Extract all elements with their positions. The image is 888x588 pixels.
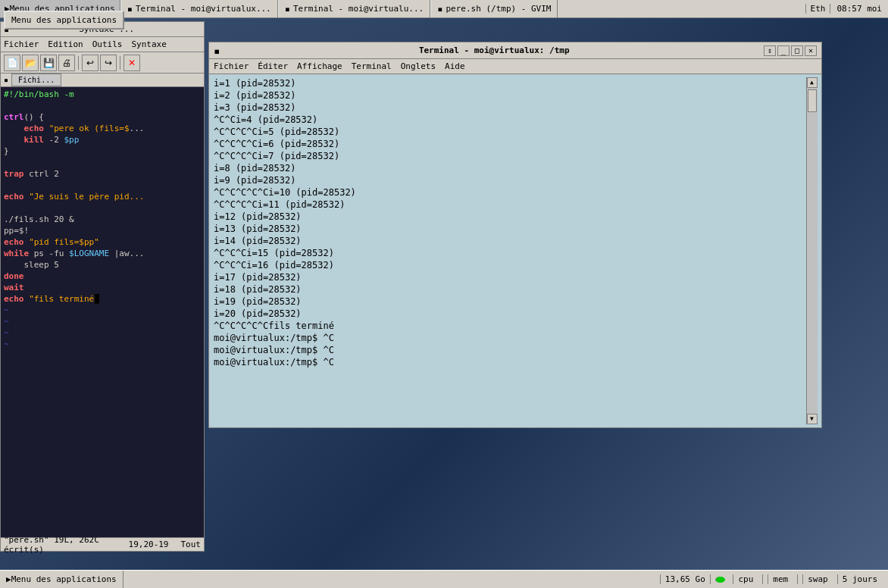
terminal-line: i=1 (pid=28532) (214, 77, 806, 89)
gvim-icon: ▪ (437, 4, 442, 14)
terminal-move-btn[interactable]: ⇕ (764, 45, 776, 56)
disk-usage: 13,65 Go (660, 574, 710, 584)
code-line-15: while ps -fu $LOGNAME |aw... (4, 248, 201, 259)
code-line-7 (4, 157, 201, 168)
taskbar-bottom: ▶ Menu des applications 13,65 Go cpu mem… (0, 570, 888, 588)
gvim-menu-edition[interactable]: Edition (46, 39, 84, 49)
gvim-menu-outils[interactable]: Outils (91, 39, 124, 49)
gvim-menu-fichier[interactable]: Fichier (2, 39, 40, 49)
code-line-17: done (4, 271, 201, 282)
terminal-line: i=8 (pid=28532) (214, 162, 806, 174)
terminal-menu-affichage[interactable]: Affichage (297, 61, 342, 71)
taskbar-bottom-right: 13,65 Go cpu mem swap 5 jours (660, 571, 888, 588)
cpu-label: cpu (710, 574, 763, 584)
code-line-11 (4, 202, 201, 214)
scrollbar-track (807, 88, 818, 414)
gvim-redo-btn[interactable]: ↪ (100, 55, 117, 71)
days-label: 5 jours (837, 574, 882, 584)
terminal-menu-fichier[interactable]: Fichier (214, 61, 249, 71)
gvim-menubar: Fichier Edition Outils Syntaxe (1, 37, 204, 52)
mem-label: mem (762, 574, 797, 584)
terminal-line: i=17 (pid=28532) (214, 271, 806, 283)
terminal-line: moi@virtualux:/tmp$ ^C (214, 356, 806, 368)
terminal-window: ▪ Terminal - moi@virtualux: /tmp ⇕ _ □ ✕… (208, 42, 822, 428)
gvim-new-btn[interactable]: 📄 (4, 55, 20, 71)
terminal2-icon: ▪ (285, 4, 290, 14)
terminal-close-btn[interactable]: ✕ (805, 45, 817, 56)
gvim-open-btn[interactable]: 📂 (22, 55, 39, 71)
menu-apps-bottom-label: Menu des applications (11, 574, 117, 584)
cpu-text: cpu (733, 574, 758, 584)
menu-apps-bottom-btn[interactable]: ▶ Menu des applications (0, 571, 124, 588)
code-line-5: kill -2 $pp (4, 134, 201, 145)
scrollbar-thumb[interactable] (808, 89, 817, 112)
gvim-save-btn[interactable]: 💾 (40, 55, 57, 71)
gvim-toolbar: 📄 📂 💾 🖨 ↩ ↪ ✕ (1, 52, 204, 74)
desktop: ▶ Menu des applications ▪ Terminal - moi… (0, 0, 888, 588)
code-line-23: ~ (4, 339, 201, 350)
toolbar-sep1 (78, 56, 79, 70)
gvim-status-pos: 19,20-19 (129, 540, 169, 549)
time-label: 08:57 moi (830, 4, 888, 14)
mem-text: mem (768, 574, 793, 584)
swap-label: swap (797, 574, 837, 584)
terminal-content: i=1 (pid=28532)i=2 (pid=28532)i=3 (pid=2… (209, 74, 821, 427)
menu-apps-tooltip: Menu des applications (4, 11, 124, 30)
gvim-status-file: "pere.sh" 19L, 262C écrit(s) (4, 535, 129, 555)
taskbar-right: Eth 08:57 moi (805, 0, 888, 17)
terminal-output: i=1 (pid=28532)i=2 (pid=28532)i=3 (pid=2… (214, 77, 806, 424)
terminal-line: ^C^C^C^Ci=11 (pid=28532) (214, 199, 806, 211)
code-line-4: echo "pere ok (fils=$... (4, 123, 201, 134)
terminal-line: ^C^C^C^Ci=7 (pid=28532) (214, 150, 806, 162)
terminal-line: i=13 (pid=28532) (214, 223, 806, 235)
terminal-maximize-btn[interactable]: □ (791, 45, 803, 56)
terminal-win-buttons: ⇕ _ □ ✕ (764, 45, 817, 56)
gvim-menu-syntaxe[interactable]: Syntaxe (130, 39, 167, 49)
terminal-line: ^C^Ci=4 (pid=28532) (214, 114, 806, 126)
code-line-18: wait (4, 282, 201, 293)
taskbar-terminal1-btn[interactable]: ▪ Terminal - moi@virtualux... (120, 0, 278, 17)
terminal-scrollbar: ▲ ▼ (806, 77, 817, 424)
scrollbar-up-btn[interactable]: ▲ (807, 77, 818, 88)
gvim-tab[interactable]: Fichi... (11, 74, 61, 86)
terminal-line: i=9 (pid=28532) (214, 174, 806, 186)
terminal-minimize-btn[interactable]: _ (777, 45, 790, 56)
cpu-dot (715, 577, 725, 583)
terminal-line: i=14 (pid=28532) (214, 235, 806, 247)
tooltip-text: Menu des applications (11, 15, 117, 25)
gvim-code-area[interactable]: #!/bin/bash -m ctrl() { echo "pere ok (f… (1, 87, 204, 537)
taskbar-gvim-btn[interactable]: ▪ pere.sh (/tmp) - GVIM (430, 0, 558, 17)
terminal-line: i=18 (pid=28532) (214, 283, 806, 296)
gvim-status-mode: Tout (181, 540, 202, 549)
code-line-3: ctrl() { (4, 111, 201, 123)
gvim-tab-label: Fichi... (18, 76, 55, 84)
terminal-menu-onglets[interactable]: Onglets (401, 61, 436, 71)
gvim-print-btn[interactable]: 🖨 (58, 55, 75, 71)
terminal-title: Terminal - moi@virtualux: /tmp (224, 45, 764, 55)
terminal-menu-aide[interactable]: Aide (445, 61, 465, 71)
eth-label: Eth (805, 4, 830, 14)
gvim-undo-btn[interactable]: ↩ (82, 55, 98, 71)
code-line-8: trap ctrl 2 (4, 168, 201, 180)
scrollbar-down-btn[interactable]: ▼ (807, 414, 818, 424)
code-line-14: echo "pid fils=$pp" (4, 236, 201, 248)
code-line-10: echo "Je suis le père pid... (4, 191, 201, 202)
gvim-close-btn[interactable]: ✕ (124, 55, 140, 71)
gvim-tabbar: ▪ Fichi... (1, 74, 204, 87)
code-line-13: pp=$! (4, 225, 201, 236)
terminal-line: ^C^C^Ci=16 (pid=28532) (214, 259, 806, 271)
taskbar-terminal2-btn[interactable]: ▪ Terminal - moi@virtualu... (278, 0, 430, 17)
taskbar-terminal1-label: Terminal - moi@virtualux... (136, 4, 271, 14)
taskbar-gvim-label: pere.sh (/tmp) - GVIM (446, 4, 551, 14)
code-line-16: sleep 5 (4, 259, 201, 271)
terminal-menu-terminal[interactable]: Terminal (352, 61, 392, 71)
toolbar-sep2 (120, 56, 120, 70)
code-line-6: } (4, 145, 201, 157)
terminal-menu-editer[interactable]: Éditer (258, 61, 288, 71)
code-line-9 (4, 180, 201, 191)
terminal-line: i=19 (pid=28532) (214, 296, 806, 308)
terminal-line: i=3 (pid=28532) (214, 102, 806, 114)
terminal-line: moi@virtualux:/tmp$ ^C (214, 332, 806, 344)
code-line-19: echo "fils terminé█ (4, 293, 201, 305)
terminal-line: ^C^C^C^C^Ci=10 (pid=28532) (214, 186, 806, 199)
